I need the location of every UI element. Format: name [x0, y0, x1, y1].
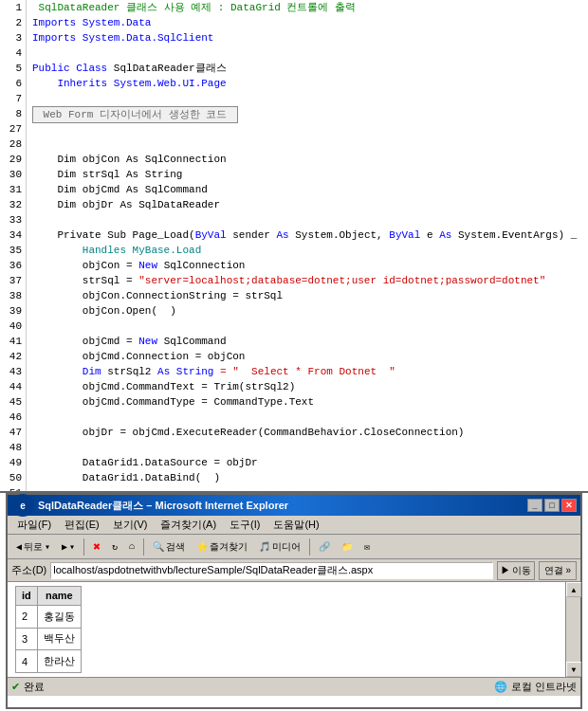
checkmark-icon: ✔ [11, 681, 20, 693]
toolbar-separator3 [309, 538, 310, 556]
forward-icon: ▶ [62, 541, 67, 553]
links-label[interactable]: 연결 » [539, 561, 577, 580]
code-line [32, 319, 588, 334]
zone-text: 로컬 인트라넷 [511, 680, 577, 694]
code-line: Dim strSql As String [32, 167, 588, 182]
code-content: SqlDataReader 클래스 사용 예제 : DataGrid 컨트롤에 … [27, 0, 588, 491]
table-cell: 홍길동 [37, 605, 81, 628]
code-line: Dim objCmd As SqlCommand [32, 182, 588, 197]
code-line: Handles MyBase.Load [32, 243, 588, 258]
code-line: Dim objCon As SqlConnection [32, 152, 588, 167]
table-row: 3백두산 [16, 628, 82, 650]
code-line: Public Class SqlDataReader클래스 [32, 61, 588, 76]
scrollbar[interactable]: ▲ ▼ [565, 582, 580, 677]
browser-title: SqlDataReader클래스 – Microsoft Internet Ex… [38, 499, 288, 513]
code-line: Imports System.Data.SqlClient [32, 30, 588, 46]
chevron-down-icon: ▾ [45, 541, 50, 553]
code-line: Private Sub Page_Load(ByVal sender As Sy… [32, 228, 588, 243]
address-label: 주소(D) [11, 563, 46, 577]
refresh-button[interactable]: ↻ [107, 537, 122, 557]
media-button[interactable]: 🎵 미디어 [254, 537, 305, 557]
home-icon: ⌂ [129, 541, 135, 552]
back-icon: ◀ [16, 541, 22, 553]
chevron-down-icon2: ▾ [69, 541, 75, 553]
menu-item-편집(E)[interactable]: 편집(E) [59, 517, 105, 533]
code-line [32, 46, 588, 61]
globe-icon: 🌐 [494, 681, 507, 693]
address-bar: 주소(D) ▶ 이동 연결 » [8, 559, 580, 582]
table-header: id [16, 587, 38, 606]
browser-titlebar: e SqlDataReader클래스 – Microsoft Internet … [8, 495, 580, 516]
code-line: Web Form 디자이너에서 생성한 코드 [32, 106, 588, 121]
menu-item-도구(I)[interactable]: 도구(I) [224, 517, 266, 533]
code-line [32, 410, 588, 425]
favorites-button[interactable]: ⭐ 즐겨찾기 [192, 537, 252, 557]
code-line: objCmd.CommandType = CommandType.Text [32, 394, 588, 410]
code-line: Dim objDr As SqlDataReader [32, 197, 588, 212]
code-line [32, 121, 588, 137]
code-line: SqlDataReader 클래스 사용 예제 : DataGrid 컨트롤에 … [32, 0, 588, 15]
code-line: objCmd.Connection = objCon [32, 349, 588, 364]
browser-window: e SqlDataReader클래스 – Microsoft Internet … [6, 493, 582, 709]
code-line: strSql = "server=localhost;database=dotn… [32, 273, 588, 288]
scroll-track[interactable] [566, 597, 580, 662]
code-line: DataGrid1.DataSource = objDr [32, 455, 588, 470]
close-button[interactable]: ✕ [561, 499, 577, 512]
menu-item-즐겨찾기(A)[interactable]: 즐겨찾기(A) [155, 517, 222, 533]
code-line: Dim strSql2 As String = " Select * From … [32, 364, 588, 379]
status-panel: ✔ 완료 [11, 680, 490, 694]
code-line: objCon.ConnectionString = strSql [32, 288, 588, 303]
code-line: Imports System.Data [32, 15, 588, 30]
table-cell: 3 [16, 628, 38, 650]
extra-btn2[interactable]: ✉ [359, 537, 375, 557]
browser-content: idname2홍길동3백두산4한라산 [8, 582, 565, 677]
table-cell: 4 [16, 650, 38, 673]
status-text: 완료 [24, 680, 45, 694]
refresh-icon: ↻ [112, 541, 118, 553]
browser-content-area: idname2홍길동3백두산4한라산 ▲ ▼ [8, 582, 580, 677]
back-button[interactable]: ◀ 뒤로 ▾ [11, 537, 55, 557]
links-button[interactable]: 🔗 [314, 537, 335, 557]
code-line [32, 91, 588, 106]
scroll-down-button[interactable]: ▼ [566, 662, 581, 677]
toolbar-separator [83, 538, 84, 556]
line-numbers: 1234567827282930313233343536373839404142… [0, 0, 27, 491]
code-line: objCmd.CommandText = Trim(strSql2) [32, 379, 588, 394]
stop-button[interactable]: ✖ [88, 537, 105, 557]
code-editor: 1234567827282930313233343536373839404142… [0, 0, 588, 493]
forward-button[interactable]: ▶ ▾ [57, 537, 80, 557]
minimize-button[interactable]: _ [527, 499, 542, 512]
browser-statusbar: ✔ 완료 🌐 로컬 인트라넷 [8, 677, 580, 696]
go-button[interactable]: ▶ 이동 [497, 561, 535, 580]
media-icon: 🎵 [259, 541, 270, 553]
links-icon: 🔗 [319, 541, 330, 553]
code-line: Inherits System.Web.UI.Page [32, 76, 588, 91]
restore-button[interactable]: □ [544, 499, 560, 512]
menu-item-파일(F)[interactable]: 파일(F) [11, 517, 57, 533]
menu-item-보기(V)[interactable]: 보기(V) [107, 517, 154, 533]
browser-toolbar: ◀ 뒤로 ▾ ▶ ▾ ✖ ↻ ⌂ 🔍 검색 ⭐ 즐겨찾기 🎵 미디어 [8, 535, 580, 559]
code-line: objDr = objCmd.ExecuteReader(CommandBeha… [32, 425, 588, 440]
table-cell: 2 [16, 605, 38, 628]
table-cell: 한라산 [37, 650, 81, 673]
status-right: 🌐 로컬 인트라넷 [494, 680, 577, 694]
extra-btn1[interactable]: 📁 [337, 537, 358, 557]
star-icon: ⭐ [196, 541, 208, 553]
scroll-up-button[interactable]: ▲ [566, 582, 581, 597]
mail-icon: ✉ [364, 541, 370, 553]
code-line [32, 440, 588, 455]
address-input[interactable] [50, 562, 493, 579]
ie-logo-icon: e [11, 494, 34, 517]
browser-menubar: 파일(F)편집(E)보기(V)즐겨찾기(A)도구(I)도움말(H) [8, 516, 580, 535]
code-line: DataGrid1.DataBind( ) [32, 470, 588, 485]
stop-icon: ✖ [93, 539, 101, 555]
code-line: objCon = New SqlConnection [32, 258, 588, 273]
toolbar-separator2 [143, 538, 144, 556]
table-cell: 백두산 [37, 628, 81, 650]
code-line [32, 137, 588, 152]
menu-item-도움말(H)[interactable]: 도움말(H) [267, 517, 324, 533]
search-button[interactable]: 🔍 검색 [148, 537, 190, 557]
search-icon: 🔍 [153, 541, 164, 553]
home-button[interactable]: ⌂ [124, 537, 139, 557]
table-row: 4한라산 [16, 650, 82, 673]
